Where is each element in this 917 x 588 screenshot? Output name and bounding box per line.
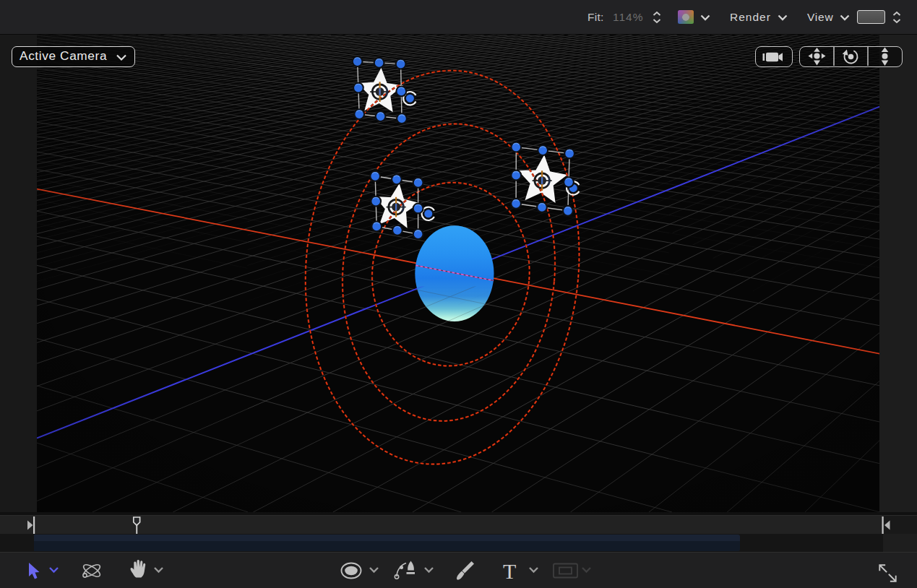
svg-text:T: T [503, 559, 516, 583]
